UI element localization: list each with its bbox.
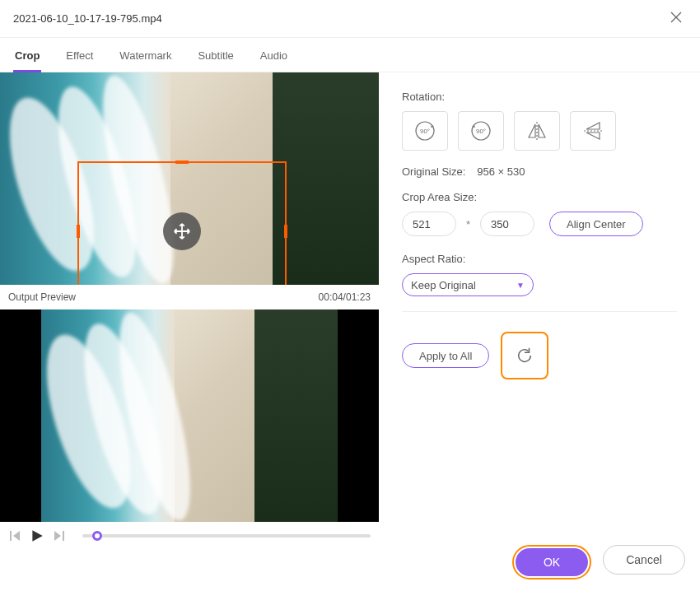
- crop-area-label: Crop Area Size:: [402, 191, 677, 203]
- multiply-symbol: *: [463, 218, 474, 230]
- original-size-label: Original Size:: [402, 165, 465, 178]
- aspect-ratio-label: Aspect Ratio:: [402, 253, 677, 265]
- svg-marker-13: [539, 124, 545, 137]
- tab-subtitle[interactable]: Subtitle: [196, 44, 235, 72]
- apply-to-all-button[interactable]: Apply to All: [402, 343, 489, 368]
- tab-watermark[interactable]: Watermark: [118, 44, 173, 72]
- chevron-down-icon: ▼: [516, 281, 525, 290]
- rotate-ccw-button[interactable]: 90°: [458, 111, 504, 151]
- aspect-ratio-value: Keep Original: [411, 279, 476, 291]
- preview-info-bar: Output Preview 00:04/01:23: [0, 285, 379, 309]
- cancel-button[interactable]: Cancel: [603, 545, 685, 575]
- flip-horizontal-button[interactable]: [514, 111, 560, 151]
- output-preview: [0, 309, 379, 522]
- dialog-footer: OK Cancel: [0, 535, 700, 591]
- divider: [402, 311, 677, 312]
- source-preview[interactable]: [0, 72, 379, 285]
- aspect-ratio-select[interactable]: Keep Original ▼: [402, 273, 534, 296]
- svg-text:90°: 90°: [476, 128, 486, 135]
- tab-bar: Crop Effect Watermark Subtitle Audio: [0, 38, 700, 72]
- tab-crop[interactable]: Crop: [13, 44, 41, 72]
- crop-frame[interactable]: [77, 161, 287, 285]
- reset-icon: [516, 347, 534, 365]
- original-size-value: 956 × 530: [477, 165, 525, 178]
- crop-height-input[interactable]: [480, 212, 534, 236]
- output-preview-label: Output Preview: [8, 291, 76, 303]
- rotate-cw-button[interactable]: 90°: [402, 111, 448, 151]
- svg-text:90°: 90°: [420, 128, 430, 135]
- flip-vertical-button[interactable]: [570, 111, 616, 151]
- time-display: 00:04/01:23: [319, 291, 371, 303]
- ok-button[interactable]: OK: [516, 548, 588, 576]
- svg-marker-12: [529, 124, 535, 137]
- align-center-button[interactable]: Align Center: [549, 212, 643, 236]
- reset-button[interactable]: [501, 332, 548, 379]
- rotation-label: Rotation:: [402, 91, 677, 103]
- svg-marker-16: [586, 133, 600, 139]
- tab-audio[interactable]: Audio: [259, 44, 289, 72]
- crop-width-input[interactable]: [402, 212, 456, 236]
- title-bar: 2021-06-10_10-17-19-795.mp4: [0, 0, 700, 38]
- close-icon[interactable]: [665, 8, 687, 29]
- tab-effect[interactable]: Effect: [64, 44, 95, 72]
- move-icon[interactable]: [163, 212, 201, 250]
- window-title: 2021-06-10_10-17-19-795.mp4: [13, 12, 162, 25]
- svg-marker-15: [586, 123, 600, 129]
